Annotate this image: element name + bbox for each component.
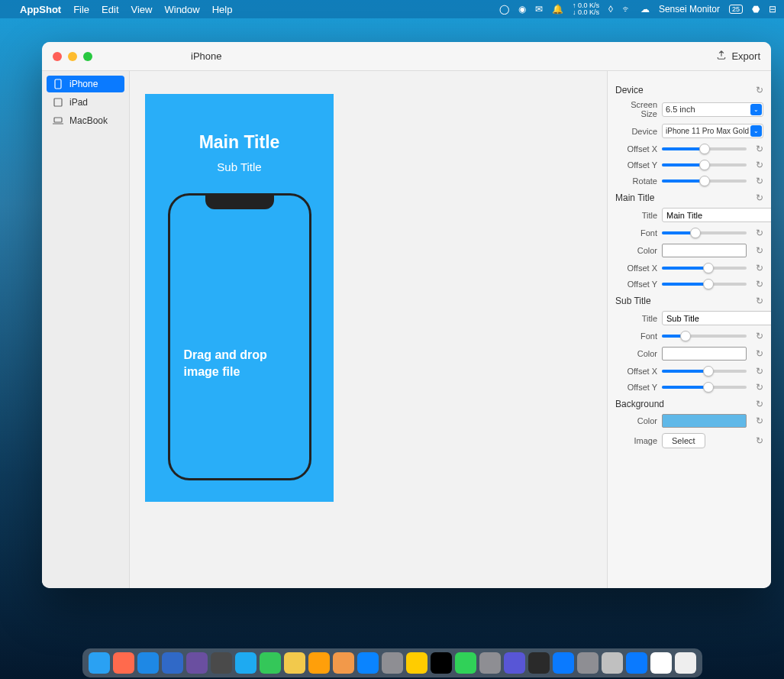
rotate-label: Rotate (615, 176, 657, 186)
bell-icon[interactable]: 🔔 (552, 4, 563, 15)
dock-app[interactable] (357, 652, 379, 674)
color-label: Color (615, 349, 657, 358)
reset-icon[interactable]: ↻ (756, 144, 763, 154)
dock-app[interactable] (528, 652, 550, 674)
reset-icon[interactable]: ↻ (756, 366, 763, 377)
cloud-icon[interactable]: ☁ (640, 4, 650, 15)
menubar: AppShot File Edit View Window Help ◯ ◉ ✉… (0, 0, 784, 18)
dock-app[interactable] (333, 652, 354, 674)
sub-title-input[interactable] (662, 311, 771, 325)
sub-color-well[interactable] (662, 347, 747, 361)
screen-size-select[interactable]: 6.5 inch ⌄ (662, 102, 763, 117)
reset-icon[interactable]: ↻ (756, 263, 763, 273)
reset-icon[interactable]: ↻ (756, 399, 763, 409)
dock-app[interactable] (235, 652, 256, 674)
main-color-well[interactable] (662, 244, 747, 257)
dock-app[interactable] (382, 652, 403, 674)
reset-icon[interactable]: ↻ (756, 296, 763, 306)
sidebar-item-label: iPhone (69, 79, 98, 89)
laptop-icon (53, 117, 63, 124)
reset-icon[interactable]: ↻ (756, 228, 763, 238)
select-image-button[interactable]: Select (662, 433, 705, 448)
device-select[interactable]: iPhone 11 Pro Max Gold ⌄ (662, 124, 763, 138)
sidebar-item-iphone[interactable]: iPhone (47, 76, 124, 92)
wechat-icon[interactable]: ✉ (535, 4, 543, 15)
dock-app[interactable] (137, 652, 159, 674)
menu-edit[interactable]: Edit (102, 4, 118, 15)
dock (82, 648, 702, 677)
dock-app[interactable] (675, 652, 696, 674)
background-color-well[interactable] (662, 414, 747, 428)
sidebar-item-macbook[interactable]: MacBook (47, 112, 124, 129)
drop-text: Drag and drop image file (170, 347, 309, 380)
dock-app[interactable] (626, 652, 647, 674)
reset-icon[interactable]: ↻ (756, 160, 763, 170)
main-offset-y-slider[interactable] (662, 283, 747, 286)
reset-icon[interactable]: ↻ (756, 435, 763, 446)
device-rotate-slider[interactable] (662, 179, 747, 183)
export-label: Export (731, 50, 760, 62)
shield-icon[interactable]: ⬣ (752, 4, 760, 15)
dock-app[interactable] (650, 652, 672, 674)
device-offset-x-slider[interactable] (662, 147, 747, 150)
app-name[interactable]: AppShot (20, 4, 61, 15)
sidebar-item-label: MacBook (69, 115, 108, 126)
reset-icon[interactable]: ↻ (756, 348, 763, 359)
dock-app[interactable] (553, 652, 574, 674)
window-title: iPhone (191, 50, 221, 62)
reset-icon[interactable]: ↻ (756, 176, 763, 186)
export-button[interactable]: Export (705, 50, 771, 63)
dock-app[interactable] (260, 652, 281, 674)
dock-app[interactable] (308, 652, 330, 674)
reset-icon[interactable]: ↻ (756, 192, 763, 203)
menu-window[interactable]: Window (164, 4, 199, 15)
sub-offset-x-slider[interactable] (662, 370, 747, 373)
dock-app[interactable] (431, 652, 452, 674)
dock-app[interactable] (577, 652, 598, 674)
dock-app[interactable] (284, 652, 305, 674)
sub-offset-y-slider[interactable] (662, 386, 747, 389)
offset-y-label: Offset Y (615, 383, 657, 392)
cube-icon[interactable]: ◊ (608, 4, 613, 15)
dock-app[interactable] (406, 652, 427, 674)
canvas[interactable]: Main Title Sub Title Drag and drop image… (130, 71, 607, 588)
reset-icon[interactable]: ↻ (756, 245, 763, 256)
dock-app[interactable] (113, 652, 134, 674)
date-icon[interactable]: 25 (729, 5, 743, 14)
main-font-slider[interactable] (662, 231, 747, 234)
maximize-button[interactable] (83, 52, 92, 61)
reset-icon[interactable]: ↻ (756, 382, 763, 393)
minimize-button[interactable] (68, 52, 77, 61)
phone-mockup[interactable]: Drag and drop image file (168, 193, 311, 480)
dock-app[interactable] (186, 652, 208, 674)
dock-app[interactable] (479, 652, 501, 674)
menu-help[interactable]: Help (212, 4, 233, 15)
menu-view[interactable]: View (131, 4, 153, 15)
device-offset-y-slider[interactable] (662, 163, 747, 167)
main-offset-x-slider[interactable] (662, 267, 747, 270)
reset-icon[interactable]: ↻ (756, 85, 763, 95)
sub-font-slider[interactable] (662, 335, 747, 338)
dock-app[interactable] (211, 652, 232, 674)
dock-app[interactable] (162, 652, 183, 674)
status-icon[interactable]: ◯ (499, 4, 509, 15)
close-button[interactable] (53, 52, 62, 61)
main-title-input[interactable] (662, 208, 771, 222)
control-center-icon[interactable]: ⊟ (769, 4, 776, 15)
menu-file[interactable]: File (73, 4, 89, 15)
sidebar: iPhone iPad MacBook ➤ (42, 71, 130, 588)
dock-app[interactable] (504, 652, 525, 674)
reset-icon[interactable]: ↻ (756, 415, 763, 426)
reset-icon[interactable]: ↻ (756, 331, 763, 341)
sensei-monitor[interactable]: Sensei Monitor (659, 4, 720, 15)
dock-app[interactable] (602, 652, 623, 674)
wifi-icon[interactable]: ᯤ (622, 4, 631, 15)
dock-app[interactable] (455, 652, 476, 674)
image-label: Image (615, 436, 657, 445)
mic-icon[interactable]: ◉ (518, 4, 526, 15)
reset-icon[interactable]: ↻ (756, 279, 763, 289)
artboard-main-title: Main Title (199, 132, 280, 153)
dock-app[interactable] (89, 652, 110, 674)
artboard[interactable]: Main Title Sub Title Drag and drop image… (145, 94, 334, 502)
sidebar-item-ipad[interactable]: iPad (47, 94, 124, 111)
